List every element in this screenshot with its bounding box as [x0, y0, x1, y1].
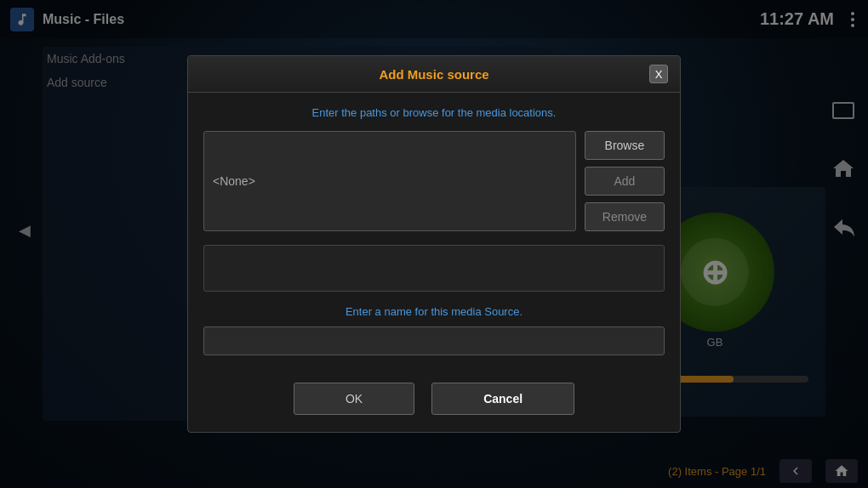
path-list-area	[203, 245, 665, 292]
dialog-close-button[interactable]: X	[649, 65, 668, 83]
browse-button[interactable]: Browse	[585, 131, 665, 160]
dialog-header: Add Music source X	[188, 56, 680, 93]
remove-button[interactable]: Remove	[585, 202, 665, 231]
source-name-input[interactable]	[203, 326, 665, 355]
ok-button[interactable]: OK	[294, 383, 414, 415]
cancel-button[interactable]: Cancel	[431, 383, 574, 415]
dialog-footer: OK Cancel	[188, 383, 680, 415]
add-music-source-dialog: Add Music source X Enter the paths or br…	[187, 55, 681, 433]
path-area: Browse Add Remove	[203, 131, 665, 231]
dialog-body: Enter the paths or browse for the media …	[188, 93, 680, 383]
dialog-subtitle: Enter the paths or browse for the media …	[203, 106, 665, 119]
add-button[interactable]: Add	[585, 167, 665, 196]
path-input[interactable]	[203, 131, 576, 231]
side-buttons: Browse Add Remove	[585, 131, 665, 231]
source-name-label: Enter a name for this media Source.	[203, 305, 665, 318]
dialog-title: Add Music source	[219, 67, 649, 82]
